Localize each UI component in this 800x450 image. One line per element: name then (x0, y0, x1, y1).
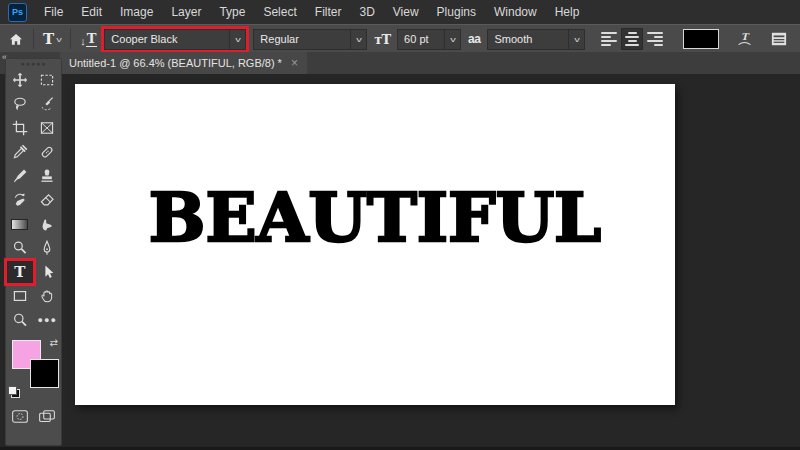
rectangle-tool[interactable] (6, 284, 34, 308)
font-style-value: Regular (254, 33, 350, 45)
screen-mode-button[interactable] (34, 404, 62, 428)
chevron-down-icon: v (235, 35, 241, 44)
separator (33, 29, 34, 49)
swap-colors-icon[interactable]: ⇄ (50, 337, 58, 348)
tool-grid: T ●●● (6, 68, 61, 332)
chevron-down-icon: v (450, 35, 456, 44)
ellipsis-icon: ●●● (38, 315, 57, 325)
edit-toolbar-button[interactable]: ●●● (34, 308, 62, 332)
menu-view[interactable]: View (384, 0, 428, 24)
modes-row (6, 404, 61, 428)
type-tool-icon: T (14, 263, 25, 281)
toggle-panels-icon[interactable] (770, 31, 788, 47)
menu-type[interactable]: Type (210, 0, 254, 24)
tool-panel: ●●●●● (5, 58, 62, 446)
brush-tool[interactable] (6, 164, 34, 188)
background-color-swatch[interactable] (30, 359, 59, 388)
photoshop-window: Ps File Edit Image Layer Type Select Fil… (0, 0, 800, 450)
document-tab[interactable]: Untitled-1 @ 66.4% (BEAUTIFUL, RGB/8) * … (60, 52, 307, 74)
text-color-swatch[interactable] (683, 29, 719, 49)
separator (70, 29, 71, 49)
menu-help[interactable]: Help (546, 0, 589, 24)
close-icon[interactable]: × (291, 57, 298, 69)
text-align-group (598, 28, 666, 50)
orientation-letter: T (86, 31, 98, 47)
eyedropper-tool[interactable] (6, 140, 34, 164)
font-family-value: Cooper Black (105, 33, 229, 45)
menu-plugins[interactable]: Plugins (428, 0, 485, 24)
menu-image[interactable]: Image (111, 0, 162, 24)
tool-preset-picker[interactable]: T v (43, 30, 61, 48)
menu-bar: Ps File Edit Image Layer Type Select Fil… (0, 0, 800, 24)
hand-tool[interactable] (34, 284, 62, 308)
anti-alias-icon: aa (468, 32, 480, 46)
gradient-chip (11, 219, 28, 230)
quick-selection-tool[interactable] (34, 92, 62, 116)
font-family-select[interactable]: Cooper Black v (104, 29, 246, 50)
options-bar: T v ↓T Cooper Black v Regular v ᴛT 60 pt… (0, 24, 800, 54)
color-well: ⇄ (6, 338, 61, 400)
type-tool[interactable]: T (6, 260, 34, 284)
pen-tool[interactable] (34, 236, 62, 260)
menu-layer[interactable]: Layer (162, 0, 210, 24)
anti-alias-value: Smooth (488, 33, 568, 45)
chevron-down-icon: v (356, 35, 362, 44)
default-colors-icon[interactable] (8, 386, 20, 398)
type-tool-icon: T (43, 30, 54, 48)
warp-text-icon[interactable]: T (736, 31, 753, 48)
menu-select[interactable]: Select (254, 0, 305, 24)
canvas-text-layer[interactable]: BEAUTIFUL (75, 184, 675, 251)
history-brush-tool[interactable] (6, 188, 34, 212)
document-tab-bar: « Untitled-1 @ 66.4% (BEAUTIFUL, RGB/8) … (0, 52, 800, 74)
chevron-down-icon: v (574, 35, 580, 44)
menu-edit[interactable]: Edit (72, 0, 111, 24)
svg-text:T: T (742, 31, 751, 42)
dodge-tool[interactable] (6, 236, 34, 260)
move-tool[interactable] (6, 68, 34, 92)
zoom-tool[interactable] (6, 308, 34, 332)
smudge-tool[interactable] (34, 212, 62, 236)
menu-file[interactable]: File (35, 0, 72, 24)
align-center-button[interactable] (621, 28, 643, 50)
font-style-select[interactable]: Regular v (253, 29, 367, 50)
clone-stamp-tool[interactable] (34, 164, 62, 188)
photoshop-logo-icon: Ps (8, 3, 27, 22)
chevron-down-icon: v (56, 35, 62, 44)
text-orientation-toggle[interactable]: ↓T (80, 31, 97, 47)
font-size-value: 60 pt (398, 33, 444, 45)
path-selection-tool[interactable] (34, 260, 62, 284)
font-size-select[interactable]: 60 pt v (397, 29, 461, 50)
eraser-tool[interactable] (34, 188, 62, 212)
panel-drag-handle[interactable]: ●●●●● (6, 59, 61, 68)
home-icon[interactable] (8, 32, 24, 47)
anti-alias-select[interactable]: Smooth v (487, 29, 585, 50)
menu-filter[interactable]: Filter (306, 0, 351, 24)
healing-brush-tool[interactable] (34, 140, 62, 164)
align-right-button[interactable] (644, 28, 666, 50)
frame-tool[interactable] (34, 116, 62, 140)
menu-window[interactable]: Window (485, 0, 546, 24)
document-tab-title: Untitled-1 @ 66.4% (BEAUTIFUL, RGB/8) * (69, 57, 282, 69)
align-left-button[interactable] (598, 28, 620, 50)
gradient-tool[interactable] (6, 212, 34, 236)
lasso-tool[interactable] (6, 92, 34, 116)
crop-tool[interactable] (6, 116, 34, 140)
marquee-tool[interactable] (34, 68, 62, 92)
quick-mask-button[interactable] (6, 404, 34, 428)
menu-3d[interactable]: 3D (350, 0, 383, 24)
font-size-icon: ᴛT (374, 32, 390, 47)
document-canvas[interactable]: BEAUTIFUL (75, 84, 675, 405)
